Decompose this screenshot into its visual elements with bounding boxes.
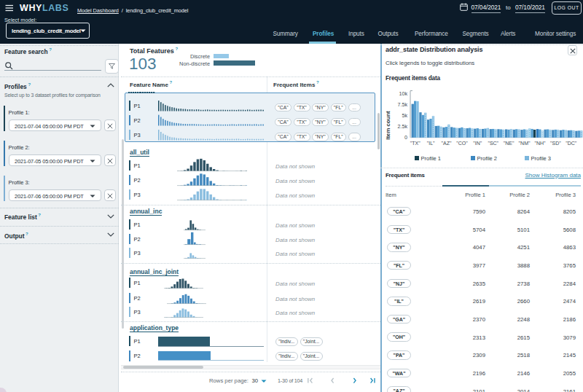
svg-text:"SD": "SD" bbox=[550, 141, 561, 146]
svg-text:0: 0 bbox=[404, 134, 407, 141]
svg-text:"TX": "TX" bbox=[410, 141, 420, 146]
svg-text:Item count: Item count bbox=[385, 111, 391, 140]
svg-text:"SC": "SC" bbox=[488, 141, 498, 146]
svg-text:"NE": "NE" bbox=[504, 141, 514, 146]
svg-text:"CO": "CO" bbox=[456, 141, 468, 146]
svg-text:"NM": "NM" bbox=[519, 141, 531, 146]
svg-text:"NH": "NH" bbox=[534, 141, 546, 146]
svg-text:5k: 5k bbox=[402, 112, 407, 119]
svg-text:7.5k: 7.5k bbox=[397, 101, 407, 108]
svg-text:"DC": "DC" bbox=[566, 141, 577, 146]
svg-text:"IN": "IN" bbox=[473, 141, 482, 146]
svg-text:"IL": "IL" bbox=[427, 141, 435, 146]
svg-text:10k: 10k bbox=[399, 90, 407, 97]
svg-text:"AZ": "AZ" bbox=[442, 141, 452, 146]
svg-text:2.5k: 2.5k bbox=[397, 123, 407, 130]
